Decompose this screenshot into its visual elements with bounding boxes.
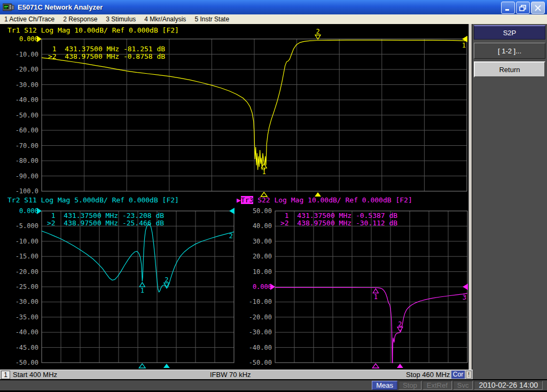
trace3-scale-header[interactable]: ▶Tr3 S22 Log Mag 10.00dB/ Ref 0.000dB [F…	[237, 196, 412, 204]
clock: 2010-02-26 14:00	[474, 381, 543, 390]
marker-1-readout-row: 1 431.37500 MHz -81.251 dB	[48, 45, 165, 53]
trace1-params: S12 Log Mag 10.00dB/ Ref 0.000dB [F2]	[20, 26, 178, 34]
trace1-marker-readout: 1 431.37500 MHz -81.251 dB>2 438.97500 M…	[48, 45, 165, 60]
status-indicator-extref: ExtRef	[423, 381, 452, 390]
menu-item-2[interactable]: 2 Response	[59, 15, 101, 23]
title-bar: E5071C Network Analyzer	[0, 0, 547, 14]
restore-button[interactable]	[516, 2, 530, 14]
softkey-button-1[interactable]: [ 1-2 ]...	[474, 43, 545, 59]
ifbw-label: IFBW 70 kHz	[210, 371, 251, 379]
menu-item-1[interactable]: 1 Active Ch/Trace	[0, 15, 59, 23]
trace3-marker-readout: 1 431.37500 MHz -0.5387 dB>2 438.97500 M…	[280, 212, 397, 227]
trace1-scale-header[interactable]: ▶Tr1 S12 Log Mag 10.00dB/ Ref 0.000dB [F…	[7, 26, 179, 34]
chart-tr2: 20.000-5.000-10.00-15.00-20.00-25.00-30.…	[15, 207, 235, 368]
active-trace-arrow: ▶	[237, 196, 241, 204]
window-controls	[501, 2, 545, 14]
menu-item-4[interactable]: 4 Mkr/Analysis	[140, 15, 190, 23]
trace2-name: Tr2	[7, 196, 20, 204]
marker-2-readout-row: >2 438.97500 MHz -0.8758 dB	[48, 53, 165, 60]
stop-frequency-label: Stop 460 MHz	[406, 371, 450, 379]
softkey-panel: S2P [ 1-2 ]...Return	[472, 24, 547, 379]
close-button[interactable]	[531, 2, 545, 14]
chart-tr3: 350.0040.0030.0020.0010.000.000-10.00-20…	[249, 207, 468, 369]
tr1-plot-area[interactable]	[42, 39, 467, 191]
menu-item-5[interactable]: 5 Instr State	[190, 15, 233, 23]
trace3-params: S22 Log Mag 10.00dB/ Ref 0.000dB [F2]	[253, 196, 412, 204]
start-frequency-label: Start 400 MHz	[13, 371, 57, 379]
trace3-name: Tr3	[241, 196, 253, 204]
status-indicator-svc: Svc	[453, 381, 473, 390]
marker-1-readout-row: 1 431.37500 MHz -0.5387 dB	[280, 212, 397, 219]
menu-item-3[interactable]: 3 Stimulus	[101, 15, 140, 23]
e5071c-application-window: { "window": { "title": "E5071C Network A…	[0, 0, 547, 392]
channel-number-badge: 1	[1, 371, 10, 379]
correction-status-badge: Cor	[451, 371, 465, 379]
error-alert-indicator: !	[466, 371, 472, 379]
softkey-menu-title: S2P	[474, 25, 545, 40]
instrument-status-bar: MeasStopExtRefSvc2010-02-26 14:00	[0, 380, 547, 390]
trace1-name: Tr1	[7, 26, 20, 34]
softkey-divider	[468, 24, 472, 379]
trace2-params: S11 Log Mag 5.000dB/ Ref 0.000dB [F2]	[20, 196, 178, 204]
window-title: E5071C Network Analyzer	[18, 3, 103, 11]
trace2-marker-readout: 1 431.37500 MHz -23.208 dB>2 438.97500 M…	[47, 212, 164, 227]
marker-2-readout-row: >2 438.97500 MHz -25.466 dB	[47, 219, 164, 227]
tr2-plot-area[interactable]	[42, 211, 234, 363]
softkey-button-2[interactable]: Return	[474, 61, 545, 77]
marker-2-readout-row: >2 438.97500 MHz -30.112 dB	[280, 219, 397, 227]
channel-status-bar: 1 Start 400 MHz IFBW 70 kHz Stop 460 MHz…	[0, 370, 473, 379]
marker-1-readout-row: 1 431.37500 MHz -23.208 dB	[47, 212, 164, 219]
status-indicator-stop: Stop	[398, 381, 421, 390]
minimize-button[interactable]	[501, 2, 515, 14]
menu-bar: 1 Active Ch/Trace2 Response3 Stimulus4 M…	[0, 14, 547, 24]
tr3-plot-area[interactable]	[275, 211, 467, 363]
status-indicator-meas: Meas	[372, 381, 397, 390]
app-icon	[3, 3, 14, 12]
trace2-scale-header[interactable]: ▶Tr2 S11 Log Mag 5.000dB/ Ref 0.000dB [F…	[7, 196, 179, 204]
